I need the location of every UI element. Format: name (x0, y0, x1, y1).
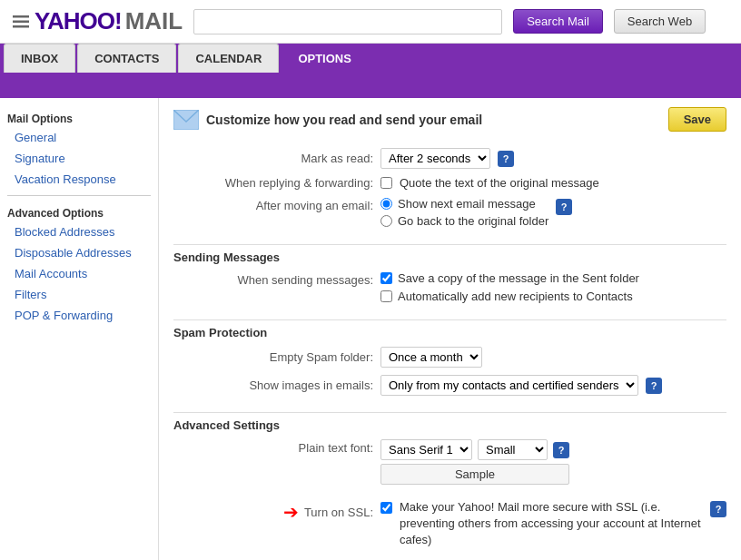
menu-icon[interactable] (11, 12, 31, 32)
sending-settings: Sending Messages When sending messages: … (173, 244, 726, 307)
show-next-text: Show next email message (398, 197, 536, 211)
logo: YAHOO! MAIL (11, 7, 183, 35)
when-sending-label: When sending messages: (173, 271, 373, 287)
save-copy-row: Save a copy of the message in the Sent f… (380, 271, 639, 285)
section-title: Customize how you read and send your ema… (206, 113, 482, 127)
go-back-row: Go back to the original folder (380, 214, 548, 228)
sidebar: Mail Options General Signature Vacation … (0, 98, 159, 560)
after-moving-help[interactable]: ? (556, 199, 572, 215)
save-copy-checkbox[interactable] (380, 272, 392, 284)
tab-calendar[interactable]: CALENDAR (178, 44, 279, 73)
sidebar-item-filters[interactable]: Filters (0, 284, 158, 305)
spam-section-title: Spam Protection (173, 319, 726, 343)
purple-bar (0, 73, 741, 98)
sidebar-item-signature[interactable]: Signature (0, 148, 158, 169)
advanced-options-title: Advanced Options (0, 201, 158, 221)
mail-options-title: Mail Options (0, 107, 158, 127)
save-copy-text: Save a copy of the message in the Sent f… (398, 271, 639, 285)
tab-inbox[interactable]: INBOX (4, 44, 75, 73)
nav-tabs: INBOX CONTACTS CALENDAR OPTIONS (0, 44, 741, 73)
reading-settings: Mark as read: After 2 seconds Immediatel… (173, 144, 726, 231)
mark-as-read-label: Mark as read: (173, 152, 373, 165)
sidebar-item-general[interactable]: General (0, 127, 158, 148)
show-next-radio[interactable] (380, 198, 392, 210)
svg-rect-0 (13, 15, 29, 18)
ssl-label: ➔ Turn on SSL: (173, 499, 373, 523)
font-family-select[interactable]: Sans Serif 1 Sans Serif 2 Serif 1 Serif … (380, 439, 472, 460)
ssl-arrow: ➔ (283, 501, 299, 523)
replying-label: When replying & forwarding: (173, 176, 373, 190)
layout: Mail Options General Signature Vacation … (0, 98, 741, 560)
empty-spam-row: Empty Spam folder: Once a month Never On… (173, 343, 726, 371)
go-back-text: Go back to the original folder (398, 214, 548, 228)
replying-row: When replying & forwarding: Quote the te… (173, 172, 726, 193)
sidebar-item-mail-accounts[interactable]: Mail Accounts (0, 263, 158, 284)
tab-contacts[interactable]: CONTACTS (77, 44, 176, 73)
search-mail-button[interactable]: Search Mail (513, 9, 603, 34)
plain-text-font-control: Sans Serif 1 Sans Serif 2 Serif 1 Serif … (380, 439, 726, 485)
advanced-section-title: Advanced Settings (173, 412, 726, 436)
empty-spam-select[interactable]: Once a month Never Once a week Once a da… (380, 347, 482, 368)
plain-text-font-row: Plain text font: Sans Serif 1 Sans Serif… (173, 436, 726, 488)
header: YAHOO! MAIL Search Mail Search Web (0, 0, 741, 44)
after-moving-radio-group: Show next email message Go back to the o… (380, 197, 548, 228)
show-images-control: Only from my contacts and certified send… (380, 375, 726, 396)
tab-options[interactable]: OPTIONS (281, 44, 369, 73)
when-sending-control: Save a copy of the message in the Sent f… (380, 271, 726, 303)
advanced-settings: Advanced Settings Plain text font: Sans … (173, 412, 726, 553)
mark-as-read-row: Mark as read: After 2 seconds Immediatel… (173, 144, 726, 172)
section-header-left: Customize how you read and send your ema… (173, 110, 482, 130)
sidebar-item-blocked[interactable]: Blocked Addresses (0, 221, 158, 242)
go-back-radio[interactable] (380, 215, 392, 227)
section-header: Customize how you read and send your ema… (173, 107, 726, 132)
show-images-label: Show images in emails: (173, 378, 373, 392)
show-images-help[interactable]: ? (646, 378, 662, 394)
search-input[interactable] (193, 9, 502, 34)
sidebar-item-disposable[interactable]: Disposable Addresses (0, 242, 158, 263)
add-recipients-row: Automatically add new recipients to Cont… (380, 290, 639, 303)
mark-as-read-help[interactable]: ? (498, 151, 514, 167)
mail-envelope-icon (173, 110, 199, 130)
sending-section-title: Sending Messages (173, 244, 726, 268)
plain-text-font-label: Plain text font: (173, 439, 373, 455)
after-moving-row: After moving an email: Show next email m… (173, 193, 726, 231)
ssl-control: Make your Yahoo! Mail more secure with S… (380, 499, 726, 549)
after-moving-label: After moving an email: (173, 197, 373, 212)
ssl-text: Make your Yahoo! Mail more secure with S… (400, 499, 703, 549)
empty-spam-control: Once a month Never Once a week Once a da… (380, 347, 726, 368)
font-selects: Sans Serif 1 Sans Serif 2 Serif 1 Serif … (380, 439, 569, 460)
spam-settings: Spam Protection Empty Spam folder: Once … (173, 319, 726, 399)
replying-text: Quote the text of the original message (400, 176, 599, 190)
mark-as-read-select[interactable]: After 2 seconds Immediately After 5 seco… (380, 148, 490, 169)
add-recipients-checkbox[interactable] (380, 290, 392, 302)
show-images-select[interactable]: Only from my contacts and certified send… (380, 375, 638, 396)
ssl-help[interactable]: ? (710, 501, 726, 517)
show-next-row: Show next email message (380, 197, 548, 211)
font-row: Sans Serif 1 Sans Serif 2 Serif 1 Serif … (380, 439, 569, 485)
empty-spam-label: Empty Spam folder: (173, 350, 373, 364)
mail-logo: MAIL (125, 7, 183, 35)
search-web-button[interactable]: Search Web (614, 9, 706, 34)
sidebar-divider (7, 195, 151, 196)
font-help[interactable]: ? (553, 442, 569, 458)
ssl-checkbox[interactable] (380, 502, 392, 514)
ssl-row: ➔ Turn on SSL: Make your Yahoo! Mail mor… (173, 496, 726, 553)
svg-rect-2 (13, 25, 29, 28)
after-moving-control: Show next email message Go back to the o… (380, 197, 726, 228)
sidebar-item-pop[interactable]: POP & Forwarding (0, 305, 158, 326)
font-preview: Sample (380, 464, 569, 485)
sidebar-item-vacation[interactable]: Vacation Response (0, 169, 158, 190)
yahoo-logo: YAHOO! (35, 7, 122, 35)
font-size-select[interactable]: Small Medium Large (478, 439, 548, 460)
when-sending-row: When sending messages: Save a copy of th… (173, 268, 726, 307)
svg-rect-1 (13, 20, 29, 23)
replying-control: Quote the text of the original message (380, 176, 726, 190)
ssl-label-text: Turn on SSL: (304, 506, 373, 519)
mark-as-read-control: After 2 seconds Immediately After 5 seco… (380, 148, 726, 169)
replying-checkbox[interactable] (380, 177, 392, 189)
save-button[interactable]: Save (668, 107, 726, 132)
add-recipients-text: Automatically add new recipients to Cont… (398, 290, 633, 303)
show-images-row: Show images in emails: Only from my cont… (173, 371, 726, 399)
main-content: Customize how you read and send your ema… (159, 98, 741, 560)
